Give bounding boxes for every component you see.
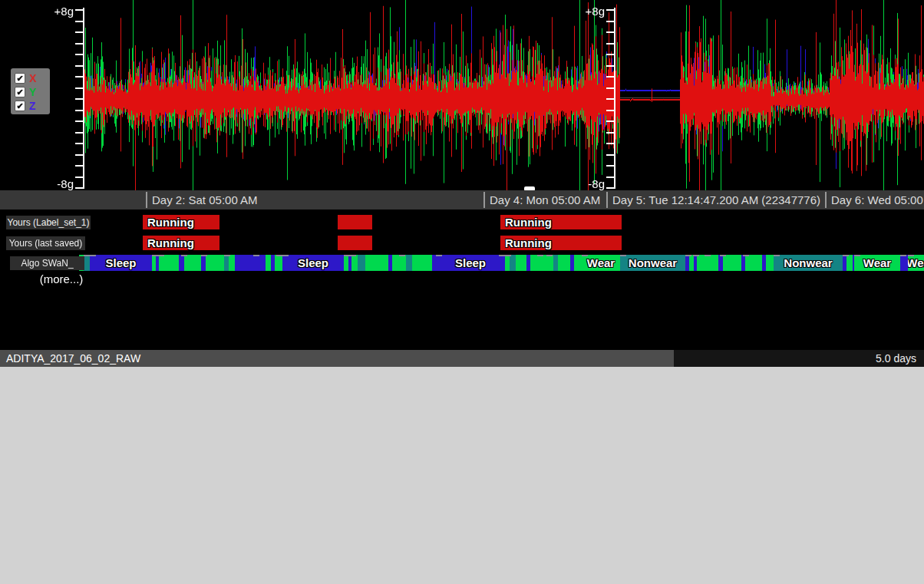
algo-segment[interactable]: [84, 255, 90, 271]
segment-boundary-notch: [693, 255, 699, 256]
segment-boundary-notch: [620, 255, 626, 256]
algo-segment[interactable]: [697, 255, 718, 271]
running-label-band[interactable]: Running: [143, 236, 219, 250]
axis-tick: [75, 98, 83, 100]
segment-boundary-notch: [705, 255, 711, 256]
activity-labeling-app: +8g-8g+8g-8g ✔X✔Y✔Z Day 2: Sat 05:00 AMD…: [0, 0, 924, 584]
axis-tick: [75, 87, 83, 89]
algo-segment[interactable]: [516, 255, 526, 271]
axis-tick: [75, 54, 83, 55]
legend-row-z: ✔Z: [15, 99, 50, 113]
algo-segment[interactable]: [159, 255, 179, 271]
y-min-label: -8g: [43, 177, 74, 190]
y-axis-1: [83, 8, 84, 189]
algo-segment[interactable]: [406, 255, 412, 271]
y-min-label: -8g: [574, 177, 605, 190]
algo-segment-wear[interactable]: Wear: [854, 255, 900, 271]
segment-boundary-notch: [201, 255, 207, 256]
axis-tick: [606, 120, 614, 122]
series-y-checkbox[interactable]: ✔: [15, 87, 25, 97]
running-label-band[interactable]: Running: [500, 236, 622, 250]
axis-tick: [606, 143, 614, 144]
signal-plot[interactable]: +8g-8g+8g-8g ✔X✔Y✔Z: [0, 0, 924, 190]
algo-segment[interactable]: [351, 255, 358, 271]
algo-segment-nonwear[interactable]: Nonwear: [620, 255, 685, 271]
axis-legend: ✔X✔Y✔Z: [11, 68, 50, 114]
segment-boundary-notch: [546, 255, 553, 256]
y-max-label: +8g: [574, 5, 605, 18]
segment-boundary-notch: [152, 255, 158, 256]
segment-boundary-notch: [344, 255, 350, 256]
algo-segment[interactable]: [266, 255, 271, 271]
segment-boundary-notch: [900, 255, 906, 256]
control-panel: Change dataset ADITYA_2017_06_02_RAW ▼ C…: [0, 367, 924, 584]
algo-segment[interactable]: [365, 255, 388, 271]
algo-segment[interactable]: [574, 255, 582, 271]
axis-tick: [606, 98, 614, 100]
running-label-band[interactable]: [338, 215, 372, 229]
series-x-checkbox[interactable]: ✔: [15, 73, 25, 84]
segment-boundary-notch: [582, 255, 588, 256]
axis-tick: [606, 31, 614, 33]
algo-segment[interactable]: [846, 255, 853, 271]
algo-segment[interactable]: [235, 255, 266, 271]
algo-segment[interactable]: [358, 255, 365, 271]
series-x-label: X: [29, 72, 36, 84]
series-z-checkbox[interactable]: ✔: [15, 101, 25, 111]
algo-segment[interactable]: [275, 255, 282, 271]
running-label-band[interactable]: Running: [143, 215, 219, 229]
algo-segment[interactable]: [530, 255, 553, 271]
algo-segment-wear[interactable]: Wear: [582, 255, 620, 271]
day-label: Day 2: Sat 05:00 AM: [152, 193, 258, 206]
algo-segment-nonwear[interactable]: Nonwear: [774, 255, 843, 271]
algo-segment-sleep[interactable]: Sleep: [436, 255, 505, 271]
axis-tick: [606, 110, 614, 111]
row-label-algo-swan: Algo SWaN_: [10, 256, 84, 270]
algo-segment-wear[interactable]: Wear: [908, 255, 924, 271]
algo-segment[interactable]: [412, 255, 432, 271]
algo-segment[interactable]: [510, 255, 516, 271]
day-divider: [825, 192, 827, 208]
axis-tick: [75, 21, 83, 22]
series-y-label: Y: [29, 86, 36, 98]
algo-segment[interactable]: [392, 255, 406, 271]
algo-segment-sleep[interactable]: Sleep: [282, 255, 344, 271]
segment-boundary-notch: [537, 255, 543, 256]
algo-swan-band-row[interactable]: SleepSleepSleepWearNonwearNonwearWearWea…: [0, 255, 924, 271]
algo-segment[interactable]: [184, 255, 201, 271]
algo-segment[interactable]: [179, 255, 184, 271]
axis-tick: [606, 165, 614, 167]
algo-segment[interactable]: [745, 255, 762, 271]
axis-tick: [75, 120, 83, 122]
segment-boundary-notch: [685, 255, 691, 256]
axis-tick: [606, 87, 614, 89]
axis-tick: [75, 187, 83, 189]
axis-tick: [606, 65, 614, 67]
segment-boundary-notch: [436, 255, 442, 256]
segment-boundary-notch: [908, 255, 914, 256]
segment-boundary-notch: [854, 255, 860, 256]
algo-segment[interactable]: [766, 255, 774, 271]
segment-boundary-notch: [282, 255, 289, 256]
segment-boundary-notch: [743, 255, 749, 256]
visible-range-label: 5.0 days: [674, 350, 924, 367]
axis-tick: [75, 31, 83, 33]
segment-boundary-notch: [843, 255, 849, 256]
algo-segment[interactable]: [229, 255, 235, 271]
algo-segment-sleep[interactable]: Sleep: [90, 255, 152, 271]
axis-tick: [606, 154, 614, 156]
y-axis-2: [614, 8, 615, 189]
scrollbar-thumb[interactable]: ADITYA_2017_06_02_RAW: [0, 350, 674, 367]
algo-segment[interactable]: [723, 255, 741, 271]
accelerometer-signal-canvas[interactable]: [0, 0, 924, 190]
timeline-bar[interactable]: Day 2: Sat 05:00 AMDay 4: Mon 05:00 AMDa…: [0, 190, 924, 210]
running-label-band[interactable]: [338, 236, 372, 250]
dataset-scrollbar[interactable]: ADITYA_2017_06_02_RAW 5.0 days: [0, 350, 924, 367]
more-rows-link[interactable]: (more...): [31, 272, 92, 285]
algo-segment[interactable]: [206, 255, 224, 271]
running-label-band[interactable]: Running: [500, 215, 622, 229]
axis-tick: [606, 9, 614, 11]
algo-segment[interactable]: [900, 255, 908, 271]
algo-segment[interactable]: [558, 255, 570, 271]
axis-tick: [75, 154, 83, 156]
